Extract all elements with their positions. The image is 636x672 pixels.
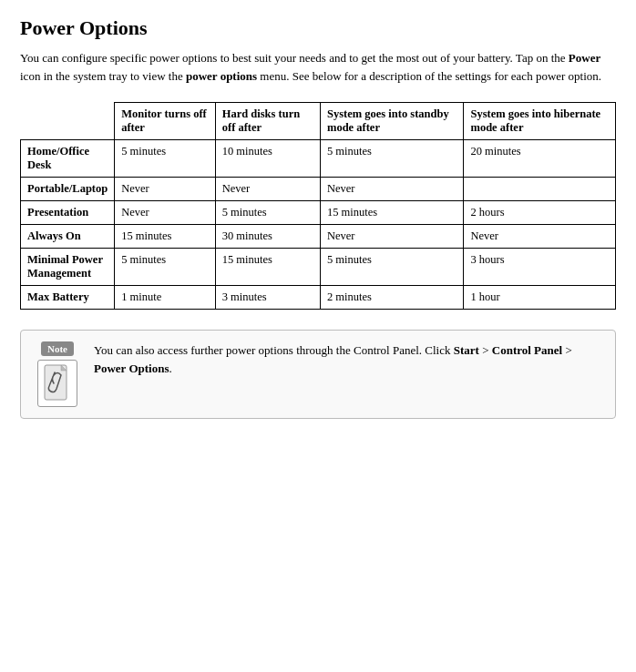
table-cell: 3 hours	[464, 249, 616, 286]
table-cell: 10 minutes	[215, 140, 320, 178]
power-options-table: Monitor turns off after Hard disks turn …	[20, 102, 616, 310]
table-cell	[464, 178, 616, 201]
table-row: Max Battery1 minute3 minutes2 minutes1 h…	[21, 286, 616, 310]
table-row: Minimal Power Management5 minutes15 minu…	[21, 249, 616, 286]
table-row: Home/Office Desk5 minutes10 minutes5 min…	[21, 140, 616, 178]
table-row-header: Home/Office Desk	[21, 140, 115, 178]
table-cell: 2 hours	[464, 201, 616, 225]
table-header-hibernate: System goes into hibernate mode after	[464, 103, 616, 140]
table-cell: 3 minutes	[215, 286, 320, 310]
table-cell: 5 minutes	[320, 249, 464, 286]
table-cell: 30 minutes	[215, 225, 320, 249]
table-header-harddisk: Hard disks turn off after	[215, 103, 320, 140]
table-row: Always On15 minutes30 minutesNeverNever	[21, 225, 616, 249]
table-cell: Never	[320, 225, 464, 249]
intro-paragraph: You can configure specific power options…	[20, 49, 616, 86]
table-header-standby: System goes into standby mode after	[320, 103, 464, 140]
table-cell: 1 hour	[464, 286, 616, 310]
table-cell: Never	[215, 178, 320, 201]
note-icon	[37, 360, 77, 407]
table-row-header: Minimal Power Management	[21, 249, 115, 286]
table-row: PresentationNever5 minutes15 minutes2 ho…	[21, 201, 616, 225]
table-cell: 5 minutes	[320, 140, 464, 178]
table-row-header: Max Battery	[21, 286, 115, 310]
note-box: Note You can also access further power o…	[20, 330, 616, 419]
table-cell: Never	[320, 178, 464, 201]
table-cell: 5 minutes	[115, 140, 216, 178]
table-header-monitor: Monitor turns off after	[115, 103, 216, 140]
table-cell: 20 minutes	[464, 140, 616, 178]
page-title: Power Options	[20, 16, 616, 40]
table-cell: 15 minutes	[115, 225, 216, 249]
table-row: Portable/LaptopNeverNeverNever	[21, 178, 616, 201]
table-row-header: Portable/Laptop	[21, 178, 115, 201]
table-row-header: Presentation	[21, 201, 115, 225]
table-cell: 5 minutes	[115, 249, 216, 286]
table-cell: Never	[115, 178, 216, 201]
table-cell: 5 minutes	[215, 201, 320, 225]
table-cell: Never	[464, 225, 616, 249]
table-cell: 15 minutes	[215, 249, 320, 286]
table-cell: 15 minutes	[320, 201, 464, 225]
note-tag: Note	[41, 341, 74, 356]
table-cell: Never	[115, 201, 216, 225]
table-cell: 1 minute	[115, 286, 216, 310]
table-header-empty	[21, 103, 115, 140]
table-row-header: Always On	[21, 225, 115, 249]
note-text: You can also access further power option…	[94, 341, 602, 378]
note-label-wrap: Note	[34, 341, 81, 407]
table-cell: 2 minutes	[320, 286, 464, 310]
